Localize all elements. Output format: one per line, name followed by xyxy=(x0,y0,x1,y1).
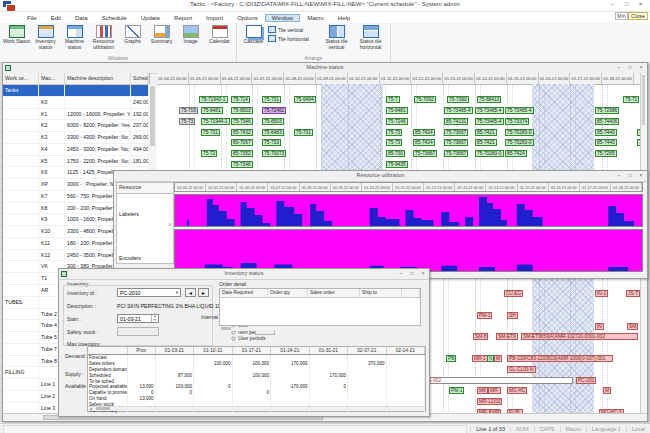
gantt-cell[interactable]: SM-ET9659(F(AMR-102720-0001-002 xyxy=(521,333,638,340)
gantt-cell[interactable]: 75-6483 xyxy=(262,129,284,136)
gantt-cell[interactable]: 75-73 xyxy=(386,139,402,146)
table-row[interactable]: K42450 - 3300; Propeller: No; Mixer:494.… xyxy=(3,144,149,156)
gantt-cell[interactable]: M8 xyxy=(477,387,488,394)
gantt-cell[interactable]: PB-GDFC83-1100919(AMR-1006(0-007)-001 xyxy=(507,355,613,362)
gantt-cell[interactable]: 75-6503 xyxy=(231,107,253,114)
gantt-cell[interactable]: 75-73667 xyxy=(444,139,468,146)
menu-item-file[interactable]: File xyxy=(20,14,44,22)
gantt-cell[interactable]: PB xyxy=(446,355,456,362)
gantt-cell[interactable]: 85-7421 xyxy=(475,129,497,136)
gantt-cell[interactable]: 75-73 xyxy=(386,129,402,136)
inventory-close-button[interactable]: × xyxy=(418,269,428,278)
graphs-button[interactable]: Graphs xyxy=(118,24,147,55)
tile-vertical-button[interactable]: Tile vertical xyxy=(268,26,320,33)
gantt-cell[interactable]: SM xyxy=(627,323,638,330)
prev-item-button[interactable]: ◄ xyxy=(185,288,196,297)
gantt-cell[interactable]: 75-733 xyxy=(262,139,281,146)
gantt-cell[interactable]: 75-73374 xyxy=(505,118,529,125)
inventory-status-button[interactable]: Inventory status xyxy=(31,24,60,55)
gantt-cell[interactable]: M xyxy=(494,355,502,362)
menu-item-edit[interactable]: Edit xyxy=(44,14,68,22)
gantt-cell[interactable]: IN xyxy=(595,323,604,330)
gantt-cell[interactable]: 75-72986 xyxy=(595,107,619,114)
close-button[interactable]: × xyxy=(634,0,647,9)
resource-minimize-button[interactable]: – xyxy=(614,171,624,180)
image-button[interactable]: Image xyxy=(176,24,205,55)
gantt-cell[interactable]: 75-6494 xyxy=(294,96,316,103)
menu-item-macro[interactable]: Macro xyxy=(300,14,331,22)
gantt-cell[interactable]: 75-71 xyxy=(623,96,639,103)
gantt-cell[interactable]: 75-7346 xyxy=(231,118,253,125)
gantt-cell[interactable]: CU.EG xyxy=(504,290,523,297)
resource-restore-button[interactable]: □ xyxy=(625,171,635,180)
gantt-cell[interactable]: 75-70283-0 xyxy=(505,139,534,146)
gantt-cell[interactable]: 85-7424 xyxy=(413,129,435,136)
gantt-cell[interactable]: MR-1 xyxy=(472,355,488,362)
encoders-utilization-chart[interactable]: 0 xyxy=(174,229,643,272)
gantt-cell[interactable]: 80-7067 xyxy=(231,139,253,146)
gantt-cell[interactable]: 75-73465-4 xyxy=(475,118,504,125)
gantt-cell[interactable]: 75-73465-4 xyxy=(505,107,534,114)
menu-item-data[interactable]: Data xyxy=(68,14,95,22)
menu-item-help[interactable]: Help xyxy=(331,14,357,22)
safety-stock-field[interactable] xyxy=(117,327,159,336)
cascade-button[interactable]: Cascade xyxy=(239,24,268,55)
gantt-cell[interactable]: 85-7424 xyxy=(505,150,527,157)
gantt-cell[interactable]: MG-HC xyxy=(507,387,527,394)
gantt-cell[interactable]: SH xyxy=(507,312,518,319)
gantt-cell[interactable]: 75-72461 xyxy=(262,107,286,114)
gantt-cell[interactable]: 85-730 xyxy=(386,150,405,157)
gantt-cell[interactable]: 85-7440 xyxy=(595,139,617,146)
gantt-cell[interactable]: 75-731 xyxy=(262,96,281,103)
gantt-cell[interactable]: 75-7092 xyxy=(414,96,436,103)
inventory-grid-scrollbar[interactable]: ◄ xyxy=(88,406,425,411)
table-row[interactable]: K112000 - 16000; Propeller: Yes; Mix192.… xyxy=(3,109,149,121)
gantt-cell[interactable]: 75-70283-0 xyxy=(505,129,534,136)
scroll-left-icon[interactable]: ◄ xyxy=(89,407,92,411)
resource-item-encoders[interactable]: Encoders xyxy=(119,255,141,261)
gantt-cell[interactable]: 85-7424 xyxy=(413,139,435,146)
gantt-cell[interactable]: SM-ET9 xyxy=(496,333,518,340)
inventory-titlebar[interactable]: Inventory status – □ × xyxy=(59,269,429,280)
next-item-button[interactable]: ► xyxy=(198,288,209,297)
gantt-cell[interactable]: JS-T xyxy=(626,290,640,297)
resource-utilization-button[interactable]: Resource utilization xyxy=(89,24,118,55)
gantt-cell[interactable]: 75-731 xyxy=(201,129,220,136)
gantt-cell[interactable]: 75-7346 xyxy=(231,161,253,168)
gantt-cell[interactable]: PC-201 xyxy=(576,377,596,384)
gantt-cell[interactable]: 75-6481 xyxy=(386,107,408,114)
gantt-cell[interactable]: GL-CL03-N xyxy=(507,366,536,373)
table-row[interactable]: K51750 - 2200; Propeller: No; Mixer:181.… xyxy=(3,156,149,168)
gantt-cell[interactable]: 85-74131 xyxy=(444,118,468,125)
status-tile-vertical-button[interactable]: Status tile vertical xyxy=(320,24,353,55)
status-tile-horizontal-button[interactable]: Status tile horizontal xyxy=(353,24,388,55)
table-row[interactable]: K26000 - 8200; Propeller: Yes; Mixer:207… xyxy=(3,120,149,132)
gantt-cell[interactable]: IN-1 xyxy=(595,290,608,297)
gantt-cell[interactable]: 75-73 xyxy=(179,118,195,125)
gantt-cell[interactable]: 75-7246 xyxy=(386,118,408,125)
gantt-cell[interactable]: 75-70283-0 xyxy=(475,150,504,157)
gantt-cell[interactable]: 75-68413 xyxy=(477,96,501,103)
machine-status-button[interactable]: Machine status xyxy=(60,24,89,55)
start-date-spinner[interactable]: 01-03-21▲▼ xyxy=(117,314,159,323)
summary-button[interactable]: Summary xyxy=(147,24,176,55)
inventory-restore-button[interactable]: □ xyxy=(407,269,417,278)
menu-item-report[interactable]: Report xyxy=(167,14,199,22)
gantt-cell[interactable]: 85-7432 xyxy=(231,129,253,136)
labelers-utilization-chart[interactable]: 0 xyxy=(174,194,643,227)
table-row[interactable]: K0240.00h xyxy=(3,97,149,109)
gantt-cell[interactable]: 75-7265 xyxy=(595,150,617,157)
gantt-cell[interactable]: 85-74406 xyxy=(595,118,619,125)
inventory-minimize-button[interactable]: – xyxy=(396,269,406,278)
gantt-cell[interactable]: 75-71943-1 xyxy=(199,96,228,103)
gantt-cell[interactable]: 75-73465-4 xyxy=(444,107,473,114)
gantt-cell[interactable]: SM-8 xyxy=(473,333,488,340)
gantt-cell[interactable]: PM-1 xyxy=(449,387,464,394)
inventory-id-combobox[interactable]: PC-2010▼ xyxy=(117,288,181,297)
menu-item-update[interactable]: Update xyxy=(134,14,167,22)
gantt-cell[interactable]: 75-73667 xyxy=(444,129,468,136)
gantt-cell[interactable]: 75-731 xyxy=(294,129,313,136)
gantt-cell[interactable]: 85-7440 xyxy=(595,129,617,136)
gantt-cell[interactable]: 85-7421 xyxy=(475,139,497,146)
menu-item-options[interactable]: Options xyxy=(230,14,265,22)
